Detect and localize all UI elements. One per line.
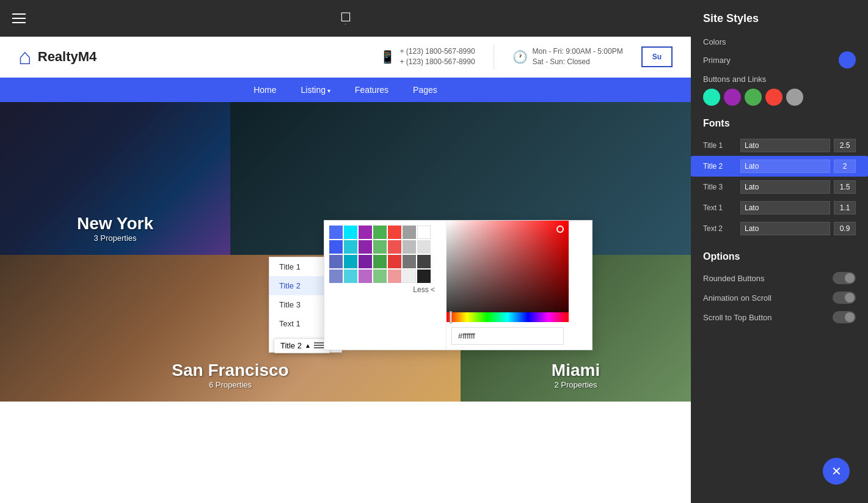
swatches-column: Less < xyxy=(324,221,447,350)
swatch-empty xyxy=(432,226,445,239)
swatch-salmon[interactable] xyxy=(388,270,401,283)
swatch-blue[interactable] xyxy=(329,226,343,239)
swatch-black[interactable] xyxy=(417,270,431,283)
font-select-title1[interactable]: Lato xyxy=(740,139,830,152)
color-dots-row xyxy=(703,89,856,106)
nav-home[interactable]: Home xyxy=(253,85,276,95)
nav-listing[interactable]: Listing xyxy=(301,85,330,95)
fonts-title: Fonts xyxy=(703,118,856,129)
font-select-text1[interactable]: Lato xyxy=(740,201,830,215)
font-size-text1[interactable] xyxy=(834,201,856,215)
swatch-ltgray[interactable] xyxy=(417,240,431,254)
primary-color-dot[interactable] xyxy=(839,51,856,68)
nav-pages[interactable]: Pages xyxy=(413,85,437,95)
swatch-lime[interactable] xyxy=(373,240,387,254)
font-select-text2[interactable]: Lato xyxy=(740,222,830,235)
hours-text: Mon - Fri: 9:00AM - 5:00PM Sat - Sun: Cl… xyxy=(533,46,623,67)
hex-input[interactable] xyxy=(451,327,564,345)
swatch-lightpurple[interactable] xyxy=(359,270,372,283)
mobile-preview-icon[interactable]: ☐· xyxy=(340,10,351,27)
font-size-title3[interactable] xyxy=(834,180,856,194)
swatch-white[interactable] xyxy=(417,226,431,239)
city-props-sf: 6 Properties xyxy=(0,380,461,389)
option-scroll-top: Scroll to Top Button xyxy=(703,307,856,327)
swatch-darkgray[interactable] xyxy=(417,255,431,268)
logo-text: RealtyM4 xyxy=(38,49,97,65)
swatch-teal[interactable] xyxy=(344,240,357,254)
logo-icon: ⌂ xyxy=(18,44,32,70)
swatch-periwinkle[interactable] xyxy=(329,270,343,283)
font-size-title1[interactable] xyxy=(834,139,856,152)
font-label-title3: Title 3 xyxy=(703,183,737,191)
primary-label: Primary xyxy=(703,56,731,65)
rainbow-bar[interactable] xyxy=(447,312,569,322)
less-button[interactable]: Less < xyxy=(329,283,441,296)
swatch-lightgreen[interactable] xyxy=(373,270,387,283)
menu-button[interactable] xyxy=(12,13,26,23)
city-overlay-miami: Miami 2 Properties xyxy=(461,361,691,389)
title2-badge[interactable]: Title 2 ▲ xyxy=(274,338,330,353)
swatch-cyan2[interactable] xyxy=(344,255,357,268)
rounded-buttons-label: Rounded Buttons xyxy=(703,274,764,283)
font-select-title2[interactable]: Lato xyxy=(740,160,830,173)
main-content: ☐· ⌂ RealtyM4 📱 + (123) 1800-567-8990 + … xyxy=(0,0,691,503)
phone-contact: 📱 + (123) 1800-567-8990 + (123) 1800-567… xyxy=(380,46,475,67)
city-card-newyork[interactable]: New York 3 Properties xyxy=(0,102,230,255)
swatch-purple[interactable] xyxy=(359,226,372,239)
edit-icon xyxy=(314,342,324,350)
subscribe-button[interactable]: Su xyxy=(641,46,673,67)
scroll-top-label: Scroll to Top Button xyxy=(703,313,772,322)
swatch-purple2[interactable] xyxy=(359,255,372,268)
swatch-red[interactable] xyxy=(388,226,401,239)
sidebar-title: Site Styles xyxy=(691,0,868,31)
gradient-handle[interactable] xyxy=(556,226,564,233)
colors-section: Colors Primary Buttons and Links xyxy=(691,31,868,112)
contact-divider xyxy=(494,45,494,69)
site-logo: ⌂ RealtyM4 xyxy=(18,44,97,70)
color-dot-red[interactable] xyxy=(765,89,782,106)
swatch-red2[interactable] xyxy=(388,255,401,268)
phone-text: + (123) 1800-567-8990 + (123) 1800-567-8… xyxy=(400,46,475,67)
swatch-gray2[interactable] xyxy=(403,240,416,254)
color-dot-green[interactable] xyxy=(745,89,762,106)
swatch-gray[interactable] xyxy=(403,226,416,239)
rounded-buttons-toggle[interactable] xyxy=(833,272,856,284)
site-contact: 📱 + (123) 1800-567-8990 + (123) 1800-567… xyxy=(380,45,673,69)
color-dot-gray[interactable] xyxy=(786,89,803,106)
hours-contact: 🕐 Mon - Fri: 9:00AM - 5:00PM Sat - Sun: … xyxy=(512,46,623,67)
close-button[interactable]: ✕ xyxy=(823,458,850,485)
swatch-cyan[interactable] xyxy=(344,226,357,239)
font-label-text2: Text 2 xyxy=(703,224,737,233)
color-dot-teal[interactable] xyxy=(703,89,720,106)
swatch-silver[interactable] xyxy=(403,270,416,283)
font-row-text2: Text 2 Lato xyxy=(703,218,856,239)
scroll-top-toggle[interactable] xyxy=(833,311,856,323)
swatch-indigo[interactable] xyxy=(329,255,343,268)
spectrum-handle[interactable] xyxy=(450,311,452,323)
clock-icon: 🕐 xyxy=(512,50,528,64)
swatch-green2[interactable] xyxy=(373,255,387,268)
animation-scroll-toggle[interactable] xyxy=(833,292,856,304)
font-row-title2: Title 2 Lato xyxy=(691,156,868,177)
swatch-green[interactable] xyxy=(373,226,387,239)
colors-label: Colors xyxy=(703,37,856,46)
font-size-text2[interactable] xyxy=(834,222,856,235)
nav-features[interactable]: Features xyxy=(355,85,388,95)
swatch-empty4 xyxy=(432,270,445,283)
swatch-blue2[interactable] xyxy=(329,240,343,254)
color-dot-purple[interactable] xyxy=(724,89,741,106)
gradient-square[interactable] xyxy=(447,221,569,312)
swatch-gray3[interactable] xyxy=(403,255,416,268)
swatch-skyblue[interactable] xyxy=(344,270,357,283)
rainbow-spectrum[interactable] xyxy=(447,312,569,322)
swatch-orange-red[interactable] xyxy=(388,240,401,254)
font-label-title2: Title 2 xyxy=(703,162,737,171)
font-size-title2[interactable] xyxy=(834,160,856,173)
swatch-violet[interactable] xyxy=(359,240,372,254)
color-picker-panel: Less < xyxy=(324,220,593,350)
city-props-newyork: 3 Properties xyxy=(0,233,230,243)
fonts-section: Fonts Title 1 Lato Title 2 Lato Title 3 … xyxy=(691,112,868,245)
site-nav: Home Listing Features Pages xyxy=(0,78,691,102)
site-header: ⌂ RealtyM4 📱 + (123) 1800-567-8990 + (12… xyxy=(0,37,691,78)
font-select-title3[interactable]: Lato xyxy=(740,180,830,194)
